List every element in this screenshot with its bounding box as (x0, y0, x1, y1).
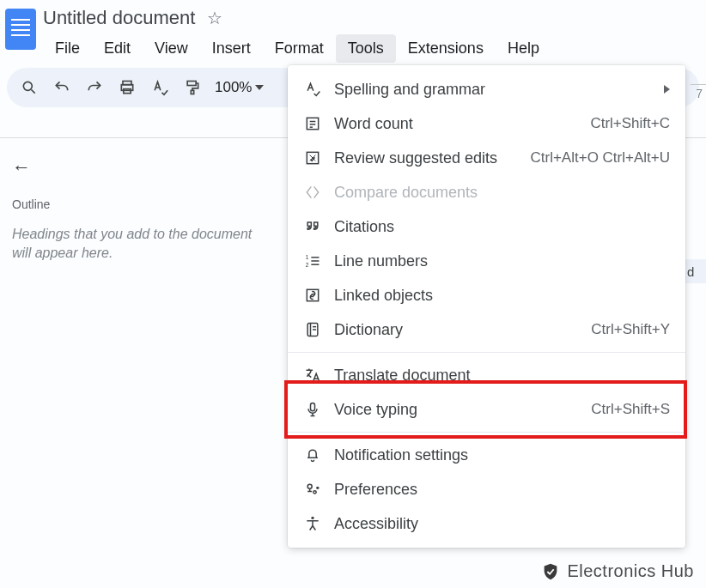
shield-icon (541, 562, 560, 581)
wordcount-icon (303, 114, 322, 133)
tools-item-prefs[interactable]: Preferences (288, 472, 685, 506)
menu-item-label: Voice typing (334, 401, 591, 419)
tools-item-linenumbers[interactable]: 12Line numbers (288, 244, 685, 278)
accessibility-icon (303, 514, 322, 533)
menu-item-label: Word count (334, 115, 590, 133)
menu-view[interactable]: View (143, 34, 200, 63)
menu-item-label: Translate document (334, 367, 670, 385)
compare-icon (303, 183, 322, 202)
review-icon (303, 149, 322, 167)
svg-rect-7 (191, 90, 193, 94)
zoom-value: 100% (215, 79, 252, 96)
svg-point-28 (313, 491, 316, 494)
tools-item-spelling[interactable]: Spelling and grammar (288, 72, 685, 106)
mic-icon (303, 400, 322, 419)
menu-format[interactable]: Format (263, 34, 336, 63)
tools-dropdown: Spelling and grammarWord countCtrl+Shift… (288, 65, 685, 548)
watermark-text-2: Hub (661, 561, 694, 580)
svg-rect-6 (187, 82, 196, 86)
watermark: Electronics Hub (541, 561, 694, 581)
tools-item-notif[interactable]: Notification settings (288, 438, 685, 472)
spellcheck-icon (303, 80, 322, 99)
tools-item-citations[interactable]: Citations (288, 209, 685, 244)
menu-tools[interactable]: Tools (336, 34, 396, 63)
link-icon (303, 286, 322, 305)
svg-line-1 (32, 90, 35, 94)
zoom-select[interactable]: 100% (215, 79, 264, 96)
menu-item-shortcut: Ctrl+Shift+S (591, 401, 670, 418)
svg-text:1: 1 (306, 254, 309, 260)
menu-file[interactable]: File (43, 34, 92, 63)
linenumbers-icon: 12 (303, 252, 322, 270)
right-panel-stub: d (684, 259, 706, 283)
menu-item-label: Preferences (334, 481, 670, 499)
outline-placeholder: Headings that you add to the document wi… (12, 225, 270, 264)
dictionary-icon (303, 320, 322, 339)
print-icon[interactable] (117, 77, 137, 98)
menu-help[interactable]: Help (496, 34, 551, 63)
menu-item-label: Citations (334, 218, 670, 236)
tools-item-linked[interactable]: Linked objects (288, 278, 685, 312)
bell-icon (303, 446, 322, 464)
star-icon[interactable]: ☆ (207, 8, 222, 28)
menu-item-label: Compare documents (334, 184, 670, 202)
menu-item-shortcut: Ctrl+Shift+Y (591, 321, 670, 338)
tools-item-compare: Compare documents (288, 175, 685, 209)
menu-extensions[interactable]: Extensions (396, 34, 496, 63)
tools-item-dictionary[interactable]: DictionaryCtrl+Shift+Y (288, 312, 685, 347)
svg-rect-24 (311, 403, 315, 411)
menu-item-label: Spelling and grammar (334, 81, 657, 99)
svg-point-0 (23, 82, 32, 90)
document-title[interactable]: Untitled document (43, 7, 195, 29)
menu-item-label: Notification settings (334, 446, 670, 464)
prefs-icon (303, 480, 322, 499)
translate-icon (303, 366, 322, 385)
menubar: FileEditViewInsertFormatToolsExtensionsH… (43, 34, 703, 63)
menu-edit[interactable]: Edit (92, 34, 143, 63)
search-icon[interactable] (19, 77, 40, 98)
menu-item-label: Dictionary (334, 321, 591, 339)
svg-point-27 (307, 484, 312, 488)
menu-separator (288, 432, 685, 433)
svg-point-30 (311, 517, 313, 519)
outline-heading: Outline (12, 197, 278, 211)
chevron-down-icon (255, 85, 264, 90)
menu-item-label: Linked objects (334, 287, 670, 305)
outline-collapse-icon[interactable]: ← (12, 156, 278, 179)
svg-text:2: 2 (306, 262, 309, 268)
svg-point-29 (316, 487, 319, 489)
ruler-mark: 7 (691, 84, 706, 110)
menu-separator (288, 352, 685, 353)
menu-item-label: Accessibility (334, 515, 670, 533)
redo-icon[interactable] (84, 77, 105, 98)
menu-item-label: Line numbers (334, 252, 670, 270)
undo-icon[interactable] (52, 77, 72, 98)
menu-item-label: Review suggested edits (334, 149, 531, 167)
watermark-text-1: Electronics (567, 561, 655, 580)
menu-item-shortcut: Ctrl+Shift+C (590, 115, 670, 132)
tools-item-translate[interactable]: Translate document (288, 358, 685, 392)
tools-item-a11y[interactable]: Accessibility (288, 506, 685, 541)
spellcheck-toolbar-icon[interactable] (149, 77, 170, 98)
tools-item-wordcount[interactable]: Word countCtrl+Shift+C (288, 106, 685, 141)
quote-icon (303, 217, 322, 236)
docs-app-icon[interactable] (5, 9, 36, 50)
tools-item-voice[interactable]: Voice typingCtrl+Shift+S (288, 392, 685, 427)
menu-item-shortcut: Ctrl+Alt+O Ctrl+Alt+U (531, 149, 671, 167)
tools-item-review[interactable]: Review suggested editsCtrl+Alt+O Ctrl+Al… (288, 141, 685, 175)
menu-insert[interactable]: Insert (200, 34, 263, 63)
paint-format-icon[interactable] (182, 77, 203, 98)
chevron-right-icon (664, 85, 670, 94)
